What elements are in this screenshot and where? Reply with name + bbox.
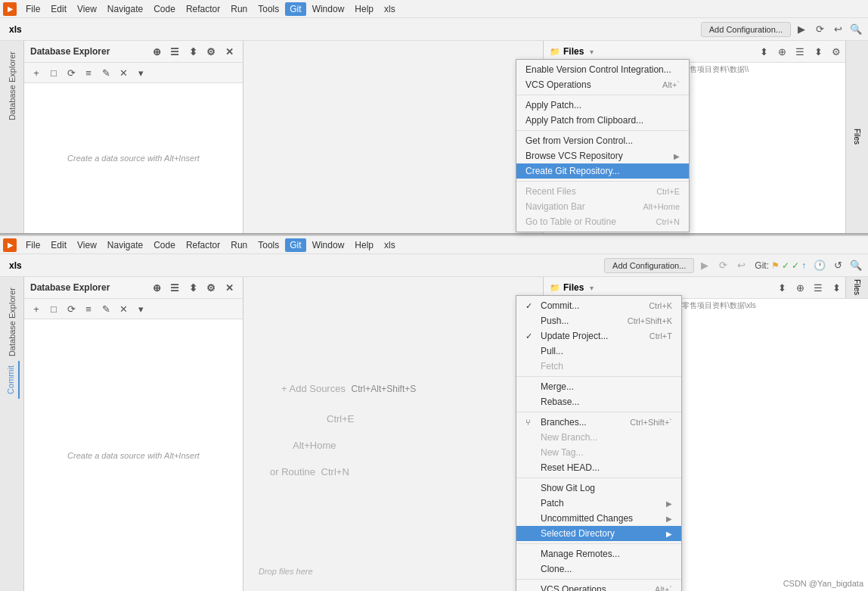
db-tb1[interactable]: + [29,65,44,80]
bottom-menu-code[interactable]: Code [149,238,180,252]
b-menu-push[interactable]: Push... Ctrl+Shift+K [516,313,681,328]
menu-help[interactable]: Help [350,2,378,16]
b-db-tb5[interactable]: ✎ [98,301,113,316]
files-tab-label[interactable]: Files [845,41,868,233]
db-explorer-tab[interactable]: Database Explorer [6,47,18,125]
b-menu-pull[interactable]: Pull... [516,344,681,359]
b-files-icon2[interactable]: ⊕ [792,280,808,295]
bottom-menu-window[interactable]: Window [308,238,349,252]
toolbar-icon2[interactable]: ⟳ [812,22,827,37]
bottom-menu-run[interactable]: Run [226,238,252,252]
search-icon-top[interactable]: 🔍 [848,22,863,37]
b-menu-gitlog[interactable]: Show Git Log [516,481,681,496]
db-tb2[interactable]: □ [46,65,61,80]
bottom-icon3[interactable]: ↩ [733,258,749,273]
menu-window[interactable]: Window [308,2,349,16]
b-files-tab-label[interactable]: Files [845,277,868,298]
b-files-icon4[interactable]: ⬍ [829,280,844,295]
menu-xls[interactable]: xls [380,2,400,16]
b-menu-clone[interactable]: Clone... [516,561,681,577]
menu-browse-vcs[interactable]: Browse VCS Repository ▶ [516,148,689,163]
bottom-menu-navigate[interactable]: Navigate [103,238,147,252]
bottom-search-icon[interactable]: 🔍 [848,258,863,273]
b-db-tb1[interactable]: + [29,301,44,316]
db-tb5[interactable]: ✎ [98,65,113,80]
files-dropdown[interactable]: ▾ [590,48,594,56]
menu-tools[interactable]: Tools [253,2,284,16]
bottom-undo-icon[interactable]: ↺ [830,258,845,273]
menu-edit[interactable]: Edit [46,2,71,16]
menu-refactor[interactable]: Refactor [181,2,225,16]
bottom-db-list[interactable]: ☰ [167,280,182,295]
bottom-run-icon[interactable]: ▶ [697,258,712,273]
b-db-tb6[interactable]: ✕ [116,301,131,316]
bottom-menu-tools[interactable]: Tools [253,238,284,252]
menu-vcs-ops[interactable]: VCS Operations Alt+` [516,77,689,92]
bottom-db-explorer-tab[interactable]: Database Explorer [6,283,18,361]
b-db-tb4[interactable]: ≡ [81,301,96,316]
files-icon4[interactable]: ⬍ [811,44,826,59]
db-sort-icon[interactable]: ⬍ [185,44,200,59]
db-tb7[interactable]: ▾ [133,65,148,80]
menu-view[interactable]: View [73,2,101,16]
b-files-icon1[interactable]: ⬍ [774,280,789,295]
bottom-menu-xls[interactable]: xls [380,238,400,252]
db-close-icon[interactable]: ✕ [222,44,237,59]
bottom-menu-view[interactable]: View [73,238,101,252]
b-menu-branches[interactable]: ⑂ Branches... Ctrl+Shift+` [516,415,681,430]
b-menu-uncommitted[interactable]: Uncommitted Changes ▶ [516,511,681,526]
menu-navigate[interactable]: Navigate [103,2,147,16]
b-db-tb7[interactable]: ▾ [133,301,148,316]
menu-create-git[interactable]: Create Git Repository... [516,163,689,179]
db-settings-icon[interactable]: ⚙ [203,44,219,59]
menu-code[interactable]: Code [149,2,180,16]
b-db-tb2[interactable]: □ [46,301,61,316]
menu-run[interactable]: Run [226,2,252,16]
bottom-db-sort[interactable]: ⬍ [185,280,200,295]
menu-get-vcs[interactable]: Get from Version Control... [516,133,689,148]
db-add-icon[interactable]: ⊕ [149,44,164,59]
b-db-tb3[interactable]: ⟳ [64,301,79,316]
b-files-icon3[interactable]: ☰ [811,280,826,295]
bottom-add-config-button[interactable]: Add Configuration... [604,258,694,273]
menu-apply-patch-clip[interactable]: Apply Patch from Clipboard... [516,113,689,128]
bottom-menu-refactor[interactable]: Refactor [181,238,225,252]
files-icon2[interactable]: ⊕ [774,44,789,59]
b-menu-merge[interactable]: Merge... [516,379,681,394]
db-tb3[interactable]: ⟳ [64,65,79,80]
menu-goto-table[interactable]: Go to Table or Routine Ctrl+N [516,214,689,229]
bottom-db-settings[interactable]: ⚙ [203,280,219,295]
b-menu-rebase[interactable]: Rebase... [516,394,681,409]
menu-recent-files[interactable]: Recent Files Ctrl+E [516,184,689,199]
bottom-db-close[interactable]: ✕ [222,280,237,295]
add-config-button[interactable]: Add Configuration... [701,22,791,37]
b-menu-update[interactable]: ✓ Update Project... Ctrl+T [516,328,681,344]
bottom-db-add[interactable]: ⊕ [149,280,164,295]
bottom-menu-file[interactable]: File [21,238,45,252]
b-menu-commit[interactable]: ✓ Commit... Ctrl+K [516,298,681,313]
b-menu-selected-dir[interactable]: Selected Directory ▶ [516,526,681,541]
bottom-clock-icon[interactable]: 🕐 [812,258,827,273]
b-menu-vcs-ops[interactable]: VCS Operations Alt+` [516,582,681,591]
toolbar-icon3[interactable]: ↩ [830,22,845,37]
menu-git[interactable]: Git [285,2,305,16]
b-menu-reset[interactable]: Reset HEAD... [516,460,681,475]
b-files-dropdown[interactable]: ▾ [590,284,594,292]
bottom-icon2[interactable]: ⟳ [715,258,730,273]
bottom-commit-tab[interactable]: Commit [5,361,20,399]
bottom-menu-git[interactable]: Git [285,238,305,252]
bottom-menu-edit[interactable]: Edit [46,238,71,252]
files-icon3[interactable]: ☰ [792,44,808,59]
db-tb4[interactable]: ≡ [81,65,96,80]
files-icon5[interactable]: ⚙ [829,44,844,59]
menu-file[interactable]: File [21,2,45,16]
b-menu-patch[interactable]: Patch ▶ [516,496,681,511]
db-tb6[interactable]: ✕ [116,65,131,80]
b-menu-manage-remotes[interactable]: Manage Remotes... [516,546,681,561]
menu-apply-patch[interactable]: Apply Patch... [516,98,689,113]
bottom-menu-help[interactable]: Help [350,238,378,252]
run-icon[interactable]: ▶ [794,22,809,37]
db-list-icon[interactable]: ☰ [167,44,182,59]
files-icon1[interactable]: ⬍ [756,44,771,59]
menu-enable-vcs[interactable]: Enable Version Control Integration... [516,62,689,77]
